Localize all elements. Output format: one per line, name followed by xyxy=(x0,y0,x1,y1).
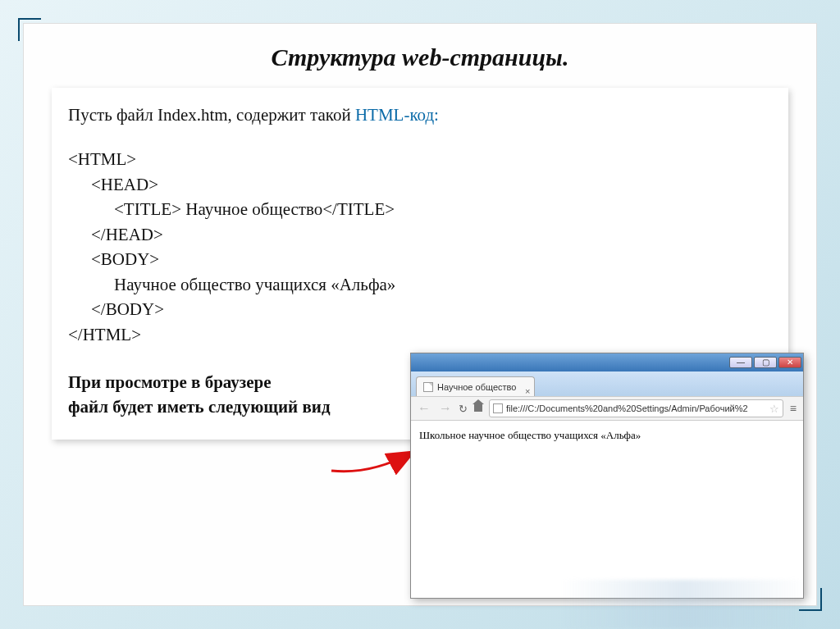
tab-close-icon[interactable]: × xyxy=(525,381,530,401)
background-decoration xyxy=(561,580,807,629)
tab-strip: Научное общество × xyxy=(411,371,803,396)
code-line: </HEAD> xyxy=(68,222,772,247)
browser-window: — ▢ ✕ Научное общество × ← → ↻ file:///C… xyxy=(410,353,804,599)
code-line: <HEAD> xyxy=(68,172,772,197)
intro-text: Пусть файл Index.htm, содержит такой HTM… xyxy=(68,103,772,127)
window-close-button[interactable]: ✕ xyxy=(778,357,801,368)
address-bar[interactable]: file:///C:/Documents%20and%20Settings/Ad… xyxy=(489,399,783,417)
code-line: <HTML> xyxy=(68,149,136,169)
bookmark-star-icon[interactable]: ☆ xyxy=(769,403,779,415)
slide-title: Структура web-страницы. xyxy=(24,24,816,83)
window-minimize-button[interactable]: — xyxy=(729,357,752,368)
code-line: </HTML> xyxy=(68,325,141,344)
reload-button[interactable]: ↻ xyxy=(459,403,468,415)
code-line: <BODY> xyxy=(68,247,772,271)
page-body-text: Школьное научное общество учащихся «Альф… xyxy=(419,429,641,441)
home-icon[interactable] xyxy=(472,403,484,413)
code-line: </BODY> xyxy=(68,297,772,321)
code-line: Научное общество учащихся «Альфа» xyxy=(68,272,772,297)
browser-viewport: Школьное научное общество учащихся «Альф… xyxy=(411,421,803,450)
page-icon xyxy=(423,382,433,392)
browser-tab[interactable]: Научное общество × xyxy=(416,376,535,396)
nav-forward-button[interactable]: → xyxy=(437,401,454,416)
intro-highlight: HTML-код: xyxy=(355,105,439,125)
intro-prefix: Пусть файл Index.htm, содержит такой xyxy=(68,105,355,125)
menu-icon[interactable]: ≡ xyxy=(788,402,798,415)
code-block: <HTML> <HEAD> <TITLE> Научное общество</… xyxy=(68,147,772,347)
tab-title: Научное общество xyxy=(437,377,516,397)
browser-toolbar: ← → ↻ file:///C:/Documents%20and%20Setti… xyxy=(411,396,803,421)
window-maximize-button[interactable]: ▢ xyxy=(754,357,777,368)
address-text: file:///C:/Documents%20and%20Settings/Ad… xyxy=(506,403,766,413)
nav-back-button[interactable]: ← xyxy=(416,401,432,416)
window-titlebar: — ▢ ✕ xyxy=(411,353,803,371)
page-icon xyxy=(493,403,503,413)
code-line: <TITLE> Научное общество</TITLE> xyxy=(68,197,772,221)
